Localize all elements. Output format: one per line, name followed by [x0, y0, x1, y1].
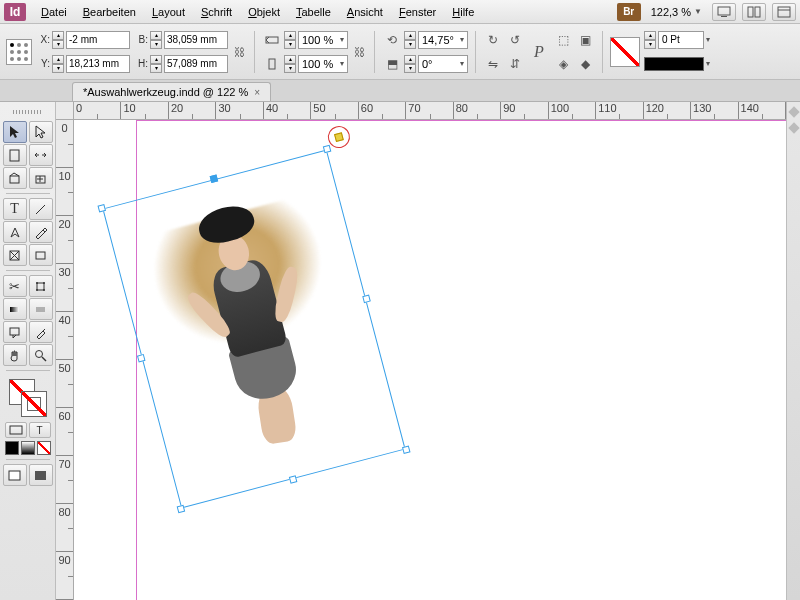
- select-prev-icon[interactable]: ◈: [553, 54, 573, 74]
- stroke-weight-spinner[interactable]: ▴▾: [644, 31, 656, 49]
- page-area[interactable]: [74, 120, 786, 600]
- rotate-input[interactable]: 14,75°: [418, 31, 468, 49]
- stroke-swatch[interactable]: [21, 391, 47, 417]
- page-tool[interactable]: [3, 144, 27, 166]
- document-tab[interactable]: *Auswahlwerkzeug.indd @ 122 % ×: [72, 82, 271, 101]
- svg-rect-15: [36, 252, 45, 259]
- collapsed-panel-icon[interactable]: [788, 122, 799, 133]
- x-spinner[interactable]: ▴▾: [52, 31, 64, 49]
- pencil-tool[interactable]: [29, 221, 53, 243]
- flip-h-icon[interactable]: ⇋: [483, 54, 503, 74]
- select-next-icon[interactable]: ◆: [575, 54, 595, 74]
- y-input[interactable]: 18,213 mm: [66, 55, 130, 73]
- panel-dock[interactable]: [786, 102, 800, 600]
- stroke-style-dropdown[interactable]: [644, 57, 704, 71]
- free-transform-tool[interactable]: [29, 275, 53, 297]
- fill-stroke-swatch[interactable]: [610, 37, 640, 67]
- svg-rect-8: [10, 150, 19, 161]
- p-indicator-icon: P: [529, 42, 549, 62]
- shear-spinner[interactable]: ▴▾: [404, 55, 416, 73]
- scale-y-input[interactable]: 100 %: [298, 55, 348, 73]
- svg-rect-23: [10, 328, 19, 335]
- w-spinner[interactable]: ▴▾: [150, 31, 162, 49]
- rotate-spinner[interactable]: ▴▾: [404, 31, 416, 49]
- constrain-scale-icon[interactable]: ⛓: [352, 46, 367, 58]
- scale-x-spinner[interactable]: ▴▾: [284, 31, 296, 49]
- document-tab-label: *Auswahlwerkzeug.indd @ 122 %: [83, 86, 248, 98]
- menu-tabelle[interactable]: Tabelle: [289, 3, 338, 21]
- gradient-feather-tool[interactable]: [29, 298, 53, 320]
- h-spinner[interactable]: ▴▾: [150, 55, 162, 73]
- scale-x-input[interactable]: 100 %: [298, 31, 348, 49]
- menu-fenster[interactable]: Fenster: [392, 3, 443, 21]
- zoom-tool[interactable]: [29, 344, 53, 366]
- apply-none[interactable]: [37, 441, 51, 455]
- y-label: Y:: [36, 58, 50, 69]
- menu-hilfe[interactable]: Hilfe: [445, 3, 481, 21]
- close-tab-icon[interactable]: ×: [254, 87, 260, 98]
- formatting-text-icon[interactable]: T: [29, 422, 51, 438]
- horizontal-ruler[interactable]: 0102030405060708090100110120130140: [74, 102, 786, 120]
- gap-tool[interactable]: [29, 144, 53, 166]
- type-tool[interactable]: T: [3, 198, 27, 220]
- select-content-icon[interactable]: ▣: [575, 30, 595, 50]
- panel-gripper[interactable]: [2, 108, 54, 116]
- content-collector-tool[interactable]: [3, 167, 27, 189]
- eyedropper-tool[interactable]: [29, 321, 53, 343]
- rectangle-tool[interactable]: [29, 244, 53, 266]
- rotate-ccw-icon[interactable]: ↺: [505, 30, 525, 50]
- zoom-level-dropdown[interactable]: 122,3 %▼: [647, 5, 706, 19]
- svg-rect-3: [755, 7, 760, 17]
- scale-y-spinner[interactable]: ▴▾: [284, 55, 296, 73]
- menubar: Id Datei Bearbeiten Layout Schrift Objek…: [0, 0, 800, 24]
- formatting-container-icon[interactable]: [5, 422, 27, 438]
- reference-point-selector[interactable]: [6, 39, 32, 65]
- svg-rect-0: [718, 7, 730, 15]
- note-tool[interactable]: [3, 321, 27, 343]
- arrange-documents-button[interactable]: [742, 3, 766, 21]
- constrain-wh-icon[interactable]: ⛓: [232, 46, 247, 58]
- direct-selection-tool[interactable]: [29, 121, 53, 143]
- scale-y-icon: [262, 54, 282, 74]
- fill-stroke-proxy[interactable]: [9, 379, 47, 417]
- menu-bearbeiten[interactable]: Bearbeiten: [76, 3, 143, 21]
- hand-tool[interactable]: [3, 344, 27, 366]
- scissors-tool[interactable]: ✂: [3, 275, 27, 297]
- flip-v-icon[interactable]: ⇵: [505, 54, 525, 74]
- line-tool[interactable]: [29, 198, 53, 220]
- stroke-weight-input[interactable]: 0 Pt: [658, 31, 704, 49]
- w-input[interactable]: 38,059 mm: [164, 31, 228, 49]
- document-canvas[interactable]: 0102030405060708090100110120130140 01020…: [56, 102, 786, 600]
- y-spinner[interactable]: ▴▾: [52, 55, 64, 73]
- selection-tool[interactable]: [3, 121, 27, 143]
- menu-objekt[interactable]: Objekt: [241, 3, 287, 21]
- workspace-switcher[interactable]: [772, 3, 796, 21]
- view-mode-normal[interactable]: [3, 464, 27, 486]
- apply-color[interactable]: [5, 441, 19, 455]
- select-container-icon[interactable]: ⬚: [553, 30, 573, 50]
- menu-schrift[interactable]: Schrift: [194, 3, 239, 21]
- divider: [254, 31, 255, 73]
- divider: [475, 31, 476, 73]
- bridge-button[interactable]: Br: [617, 3, 641, 21]
- h-input[interactable]: 57,089 mm: [164, 55, 228, 73]
- gradient-swatch-tool[interactable]: [3, 298, 27, 320]
- shear-input[interactable]: 0°: [418, 55, 468, 73]
- divider: [602, 31, 603, 73]
- screen-mode-button[interactable]: [712, 3, 736, 21]
- vertical-ruler[interactable]: 0102030405060708090: [56, 120, 74, 600]
- pen-tool[interactable]: [3, 221, 27, 243]
- divider: [374, 31, 375, 73]
- content-placer-tool[interactable]: [29, 167, 53, 189]
- tool-separator: [6, 193, 50, 194]
- apply-gradient[interactable]: [21, 441, 35, 455]
- x-input[interactable]: -2 mm: [66, 31, 130, 49]
- menu-ansicht[interactable]: Ansicht: [340, 3, 390, 21]
- view-mode-preview[interactable]: [29, 464, 53, 486]
- ruler-origin[interactable]: [56, 102, 74, 120]
- rectangle-frame-tool[interactable]: [3, 244, 27, 266]
- rotate-cw-icon[interactable]: ↻: [483, 30, 503, 50]
- menu-datei[interactable]: Datei: [34, 3, 74, 21]
- menu-layout[interactable]: Layout: [145, 3, 192, 21]
- collapsed-panel-icon[interactable]: [788, 106, 799, 117]
